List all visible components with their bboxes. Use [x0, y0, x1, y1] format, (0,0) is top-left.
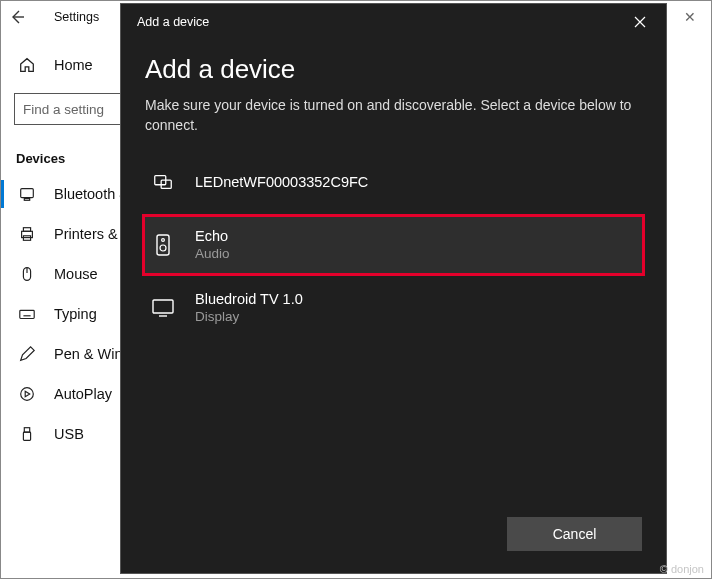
autoplay-icon — [16, 385, 38, 403]
device-name: Bluedroid TV 1.0 — [195, 291, 303, 307]
svg-rect-16 — [23, 432, 30, 440]
sidebar-item-label: USB — [54, 426, 84, 442]
sidebar-item-label: AutoPlay — [54, 386, 112, 402]
device-name: LEDnetWF00003352C9FC — [195, 174, 368, 190]
watermark: © donjon — [660, 563, 704, 575]
close-window-button[interactable]: ✕ — [668, 2, 712, 32]
dialog-title: Add a device — [137, 15, 622, 29]
svg-rect-4 — [23, 228, 30, 232]
device-item-bluedroid[interactable]: Bluedroid TV 1.0 Display — [145, 280, 642, 336]
cancel-button[interactable]: Cancel — [507, 517, 642, 551]
device-sub: Audio — [195, 246, 230, 261]
sidebar-item-label: Typing — [54, 306, 97, 322]
device-sub: Display — [195, 309, 303, 324]
display-icon — [149, 297, 177, 319]
highlight-box: Echo Audio — [142, 214, 645, 276]
dialog-body: Add a device Make sure your device is tu… — [121, 40, 666, 501]
sidebar-item-label: Mouse — [54, 266, 98, 282]
dialog-footer: Cancel — [121, 501, 666, 573]
pen-icon — [16, 345, 38, 363]
dialog-titlebar: Add a device — [121, 4, 666, 40]
svg-rect-8 — [20, 310, 34, 318]
svg-rect-22 — [153, 300, 173, 313]
window-title: Settings — [54, 10, 99, 24]
close-icon — [634, 16, 646, 28]
printer-icon — [16, 225, 38, 243]
back-button[interactable] — [0, 0, 34, 34]
sidebar-home-label: Home — [54, 57, 93, 73]
device-item-lednet[interactable]: LEDnetWF00003352C9FC — [145, 154, 642, 210]
svg-point-14 — [21, 388, 34, 401]
cancel-label: Cancel — [553, 526, 597, 542]
svg-rect-2 — [24, 199, 29, 201]
keyboard-icon — [16, 305, 38, 323]
dialog-heading: Add a device — [145, 54, 642, 85]
device-item-echo[interactable]: Echo Audio — [145, 217, 642, 273]
search-placeholder: Find a setting — [23, 102, 104, 117]
speaker-icon — [149, 233, 177, 257]
dialog-subtitle: Make sure your device is turned on and d… — [145, 95, 642, 136]
dialog-close-button[interactable] — [622, 7, 658, 37]
close-icon: ✕ — [684, 9, 696, 25]
svg-point-20 — [162, 238, 165, 241]
svg-rect-15 — [24, 428, 29, 433]
device-generic-icon — [149, 171, 177, 193]
home-icon — [16, 56, 38, 74]
svg-point-21 — [160, 245, 166, 251]
usb-icon — [16, 425, 38, 443]
bluetooth-icon — [16, 185, 38, 203]
arrow-left-icon — [9, 9, 25, 25]
mouse-icon — [16, 265, 38, 283]
svg-rect-1 — [21, 189, 34, 198]
device-name: Echo — [195, 228, 230, 244]
add-device-dialog: Add a device Add a device Make sure your… — [120, 3, 667, 574]
